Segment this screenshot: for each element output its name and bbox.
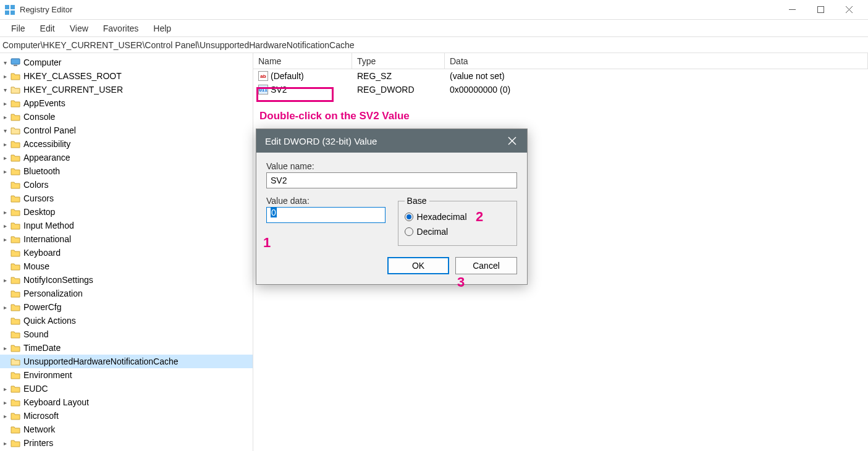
chevron-right-icon[interactable]: ▸ <box>0 302 10 312</box>
svg-rect-8 <box>11 59 20 64</box>
chevron-right-icon[interactable]: ▸ <box>0 411 10 421</box>
folder-icon <box>10 248 21 258</box>
tree-timedate[interactable]: ▸TimeDate <box>0 341 253 355</box>
folder-icon <box>10 384 21 394</box>
folder-icon <box>10 438 21 448</box>
tree-label: Desktop <box>23 207 55 217</box>
value-data-text: 0 <box>271 208 277 217</box>
tree-label: Microsoft <box>23 411 59 421</box>
tree-microsoft[interactable]: ▸Microsoft <box>0 409 253 423</box>
svg-rect-3 <box>11 11 15 15</box>
tree-appevents[interactable]: ▸AppEvents <box>0 96 253 110</box>
chevron-right-icon[interactable]: ▸ <box>0 112 10 122</box>
folder-open-icon <box>10 356 21 366</box>
column-name[interactable]: Name <box>253 53 352 69</box>
minimize-button[interactable] <box>778 0 806 20</box>
registry-tree[interactable]: ▾ Computer ▸HKEY_CLASSES_ROOT ▾HKEY_CURR… <box>0 53 253 451</box>
menu-help[interactable]: Help <box>146 21 179 36</box>
chevron-right-icon[interactable]: ▸ <box>0 343 10 353</box>
svg-rect-2 <box>5 11 9 15</box>
value-row-sv2[interactable]: 011SV2 REG_DWORD 0x00000000 (0) <box>253 83 868 96</box>
dialog-title-bar[interactable]: Edit DWORD (32-bit) Value <box>256 129 527 153</box>
value-data: 0x00000000 (0) <box>450 85 510 95</box>
tree-notifyicon[interactable]: ▸NotifyIconSettings <box>0 273 253 287</box>
tree-personalization[interactable]: ▸Personalization <box>0 287 253 300</box>
tree-inputmethod[interactable]: ▸Input Method <box>0 219 253 232</box>
tree-eudc[interactable]: ▸EUDC <box>0 382 253 395</box>
tree-console[interactable]: ▸Console <box>0 110 253 124</box>
chevron-right-icon[interactable]: ▸ <box>0 234 10 244</box>
tree-label: Printers <box>23 438 53 448</box>
tree-sound[interactable]: ▸Sound <box>0 327 253 341</box>
tree-hkcr[interactable]: ▸HKEY_CLASSES_ROOT <box>0 69 253 83</box>
chevron-right-icon[interactable]: ▸ <box>0 384 10 394</box>
tree-keyboardlayout[interactable]: ▸Keyboard Layout <box>0 395 253 409</box>
value-name-input[interactable] <box>266 172 517 188</box>
tree-powercfg[interactable]: ▸PowerCfg <box>0 300 253 314</box>
tree-label: HKEY_CURRENT_USER <box>23 85 123 95</box>
value-data-label: Value data: <box>266 196 386 206</box>
column-type[interactable]: Type <box>352 53 445 69</box>
tree-quickactions[interactable]: ▸Quick Actions <box>0 314 253 327</box>
svg-rect-5 <box>817 7 824 13</box>
tree-uhnc[interactable]: ▸UnsupportedHardwareNotificationCache <box>0 355 253 368</box>
ok-button[interactable]: OK <box>387 257 449 274</box>
dword-value-icon: 011 <box>258 85 268 95</box>
address-bar[interactable]: Computer\HKEY_CURRENT_USER\Control Panel… <box>0 37 868 53</box>
tree-label: Environment <box>23 370 72 380</box>
tree-label: TimeDate <box>23 343 61 353</box>
chevron-right-icon[interactable]: ▸ <box>0 98 10 108</box>
chevron-right-icon[interactable]: ▸ <box>0 153 10 162</box>
radio-label: Decimal <box>417 227 449 237</box>
folder-icon <box>10 139 21 149</box>
chevron-right-icon[interactable]: ▸ <box>0 438 10 448</box>
window-title: Registry Editor <box>20 5 778 14</box>
tree-accessibility[interactable]: ▸Accessibility <box>0 137 253 151</box>
tree-desktop[interactable]: ▸Desktop <box>0 205 253 219</box>
tree-network[interactable]: ▸Network <box>0 423 253 436</box>
tree-hkcu[interactable]: ▾HKEY_CURRENT_USER <box>0 83 253 96</box>
chevron-down-icon[interactable]: ▾ <box>0 57 10 67</box>
dialog-close-button[interactable] <box>506 135 518 147</box>
tree-label: UnsupportedHardwareNotificationCache <box>23 356 179 366</box>
maximize-button[interactable] <box>806 0 835 20</box>
folder-icon <box>10 424 21 434</box>
menu-file[interactable]: File <box>4 21 33 36</box>
close-button[interactable] <box>835 0 863 20</box>
value-row-default[interactable]: ab(Default) REG_SZ (value not set) <box>253 69 868 83</box>
value-name-label: Value name: <box>266 161 517 171</box>
chevron-right-icon[interactable]: ▸ <box>0 166 10 176</box>
radio-decimal[interactable]: Decimal <box>405 224 510 239</box>
chevron-right-icon[interactable]: ▸ <box>0 71 10 81</box>
list-body: ab(Default) REG_SZ (value not set) 011SV… <box>253 69 868 96</box>
tree-controlpanel[interactable]: ▾Control Panel <box>0 124 253 137</box>
tree-printers[interactable]: ▸Printers <box>0 436 253 450</box>
chevron-right-icon[interactable]: ▸ <box>0 221 10 230</box>
tree-computer[interactable]: ▾ Computer <box>0 56 253 69</box>
menu-favorites[interactable]: Favorites <box>96 21 146 36</box>
chevron-down-icon[interactable]: ▾ <box>0 125 10 135</box>
chevron-right-icon[interactable]: ▸ <box>0 139 10 149</box>
tree-bluetooth[interactable]: ▸Bluetooth <box>0 164 253 178</box>
chevron-down-icon[interactable]: ▾ <box>0 85 10 95</box>
radio-hexadecimal[interactable]: Hexadecimal <box>405 209 510 224</box>
tree-international[interactable]: ▸International <box>0 232 253 246</box>
tree-mouse[interactable]: ▸Mouse <box>0 259 253 273</box>
tree-appearance[interactable]: ▸Appearance <box>0 151 253 164</box>
tree-cursors[interactable]: ▸Cursors <box>0 192 253 205</box>
column-data[interactable]: Data <box>445 53 868 69</box>
tree-colors[interactable]: ▸Colors <box>0 178 253 192</box>
tree-keyboard[interactable]: ▸Keyboard <box>0 246 253 259</box>
dialog-title: Edit DWORD (32-bit) Value <box>265 136 377 146</box>
folder-icon <box>10 221 21 230</box>
chevron-right-icon[interactable]: ▸ <box>0 275 10 285</box>
chevron-right-icon[interactable]: ▸ <box>0 397 10 407</box>
tree-label: Cursors <box>23 193 54 203</box>
chevron-right-icon[interactable]: ▸ <box>0 207 10 217</box>
menu-edit[interactable]: Edit <box>33 21 62 36</box>
menu-view[interactable]: View <box>62 21 96 36</box>
folder-icon <box>10 397 21 407</box>
value-data-input[interactable]: 0 <box>266 207 386 223</box>
tree-environment[interactable]: ▸Environment <box>0 368 253 382</box>
cancel-button[interactable]: Cancel <box>455 257 517 274</box>
